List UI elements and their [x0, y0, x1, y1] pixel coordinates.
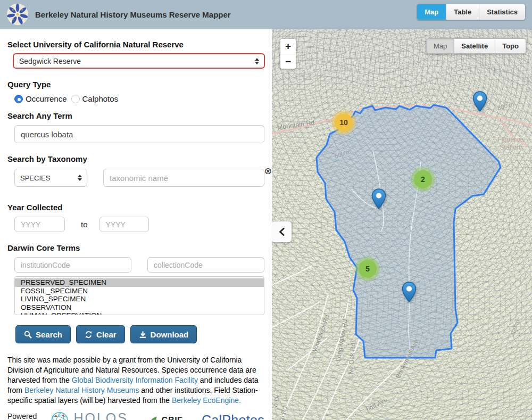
basemap-map-button[interactable]: Map — [427, 39, 454, 53]
reserve-select[interactable]: Sedgwick Reserve — [13, 53, 265, 69]
clear-button-label: Clear — [96, 330, 117, 339]
taxonomic-name-input[interactable] — [103, 169, 264, 187]
footer-link[interactable]: Berkeley EcoEngine. — [172, 396, 241, 405]
search-button[interactable]: Search — [15, 325, 71, 343]
reserve-select-label: Select University of California Natural … — [7, 40, 264, 49]
map-canvas[interactable]: 1025 Mountain Rd800 mFigueroaStation600 … — [272, 29, 532, 420]
taxon-rank-select[interactable]: SPECIES — [14, 169, 87, 187]
list-option[interactable]: HUMAN_OBSERVATION — [15, 311, 264, 315]
zoom-in-button[interactable]: + — [280, 39, 296, 54]
basemap-satellite-button[interactable]: Satellite — [454, 39, 495, 53]
cluster-count: 2 — [414, 170, 432, 188]
map-text-label: o Dr — [272, 394, 282, 408]
map-text-label: 400 m — [509, 319, 520, 337]
search-icon — [24, 331, 32, 339]
list-option[interactable]: OBSERVATION — [15, 303, 264, 312]
collection-code-input[interactable] — [147, 257, 264, 273]
map-text-label: Live Oak Rd — [346, 343, 357, 378]
map-text-label: Woodstock Rd — [310, 314, 331, 355]
calphotos-wordmark[interactable]: CalPhotos — [202, 413, 264, 420]
reserve-select-value: Sedgwick Reserve — [19, 57, 81, 65]
list-option[interactable]: LIVING_SPECIMEN — [15, 295, 264, 303]
map-text-label: Figueroa — [497, 136, 523, 143]
app-header: Berkeley Natural History Museums Reserve… — [0, 0, 532, 29]
basemap-topo-button[interactable]: Topo — [495, 39, 526, 53]
map-markers-layer: 1025 Mountain Rd800 mFigueroaStation600 … — [272, 29, 532, 420]
cluster-marker[interactable]: 2 — [411, 167, 435, 192]
year-from-input[interactable] — [14, 217, 65, 232]
query-type-label: Query Type — [7, 80, 264, 89]
darwin-core-label: Darwin Core Terms — [7, 243, 264, 252]
map-text-label: 800 m — [497, 101, 515, 111]
cluster-marker[interactable]: 5 — [355, 257, 380, 281]
bnhm-logo-icon — [5, 2, 30, 27]
basemap-switcher: Map Satellite Topo — [426, 38, 526, 54]
occurrence-radio[interactable] — [14, 95, 23, 103]
zoom-out-button[interactable]: − — [280, 54, 296, 69]
map-text-label: Mountain Rd — [277, 119, 315, 131]
map-pin-marker[interactable] — [472, 91, 487, 112]
year-to-label: to — [81, 220, 88, 229]
query-sidebar: Select University of California Natural … — [0, 29, 272, 420]
cluster-count: 5 — [359, 260, 377, 278]
map-pin-marker[interactable] — [402, 282, 417, 303]
page-title: Berkeley Natural History Museums Reserve… — [35, 10, 231, 19]
gbif-logo[interactable]: GBIF — [148, 415, 182, 420]
holos-logo[interactable]: HOLOS BERKELEY ECOINFORMATICS ENGINE — [50, 410, 131, 420]
map-pin-marker[interactable] — [371, 188, 386, 210]
clear-button[interactable]: Clear — [76, 325, 125, 343]
list-option[interactable]: PRESERVED_SPECIMEN — [15, 278, 264, 287]
tab-statistics[interactable]: Statistics — [479, 4, 525, 20]
gbif-wordmark: GBIF — [162, 416, 182, 420]
holos-globe-icon — [50, 410, 69, 420]
holos-wordmark: HOLOS — [73, 412, 131, 420]
download-button[interactable]: Download — [130, 325, 197, 343]
taxon-rank-value: SPECIES — [20, 174, 50, 182]
cluster-count: 10 — [335, 113, 353, 131]
map-text-label: n Rd — [279, 406, 288, 420]
map-text-label: Long Valley Rd — [334, 319, 349, 363]
query-type-radios: Occurrence Calphotos — [14, 94, 264, 103]
map-text-label: Brinkerhoff Ave — [394, 338, 420, 380]
cluster-marker[interactable]: 10 — [331, 110, 356, 135]
select-updown-icon — [255, 58, 259, 64]
clear-taxon-icon[interactable]: ⊗ — [264, 167, 272, 176]
taxonomy-label: Search by Taxonomy — [7, 154, 264, 163]
search-any-input[interactable] — [14, 125, 264, 143]
year-to-input[interactable] — [99, 217, 149, 232]
view-tabs: Map Table Statistics — [417, 4, 526, 20]
map-text-label: 600 m — [334, 148, 352, 159]
calphotos-radio[interactable] — [71, 95, 80, 103]
download-button-label: Download — [151, 330, 189, 339]
year-collected-label: Year Collected — [7, 203, 264, 212]
calphotos-radio-label: Calphotos — [82, 94, 119, 103]
footer-link[interactable]: Berkeley Natural History Museums — [24, 386, 139, 394]
institution-code-input[interactable] — [14, 257, 131, 273]
sidebar-collapse-button[interactable] — [272, 221, 292, 242]
footer-text: This site was made possible by a grant f… — [7, 355, 267, 406]
map-text-label: Station — [500, 144, 520, 151]
search-button-label: Search — [36, 330, 62, 339]
chevron-left-icon — [279, 228, 285, 236]
powered-by-label: Powered by — [7, 412, 46, 420]
footer-link[interactable]: Global Biodiversity Information Facility — [72, 376, 198, 384]
zoom-control: + − — [280, 39, 296, 69]
refresh-icon — [85, 331, 93, 339]
tab-table[interactable]: Table — [446, 4, 479, 20]
occurrence-radio-label: Occurrence — [26, 94, 67, 103]
basis-of-record-list[interactable]: PRESERVED_SPECIMENFOSSIL_SPECIMENLIVING_… — [14, 276, 264, 315]
list-option[interactable]: FOSSIL_SPECIMEN — [15, 287, 264, 295]
gbif-leaf-icon — [148, 415, 160, 420]
select-updown-icon — [78, 175, 82, 181]
search-any-label: Search Any Term — [7, 111, 264, 120]
tab-map[interactable]: Map — [417, 4, 446, 20]
download-icon — [139, 331, 147, 339]
powered-by-row: Powered by HOLOS BERKELEY ECOINFORMATICS… — [7, 410, 264, 420]
map-text-label: hoff Ave — [365, 396, 388, 414]
